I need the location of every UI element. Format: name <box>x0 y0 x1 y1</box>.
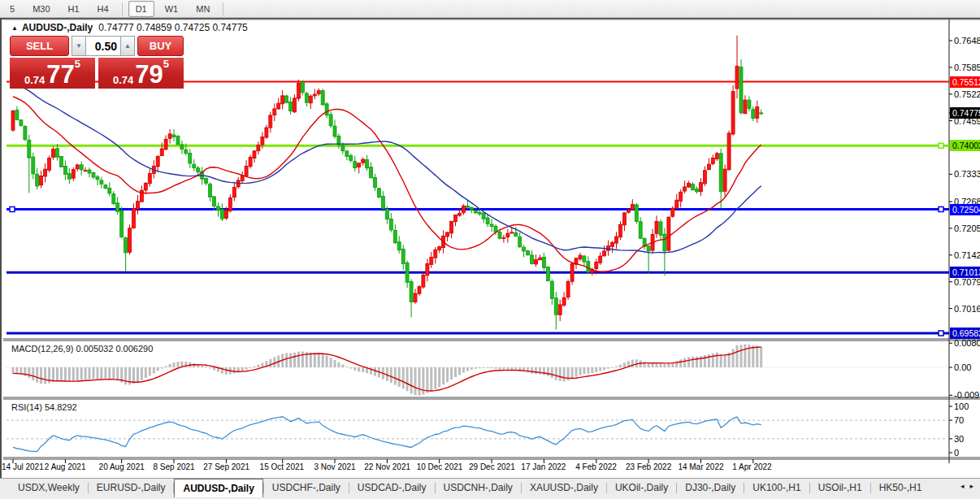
macd-indicator-label: MACD(12,26,9) 0.005032 0.006290 <box>11 344 153 354</box>
collapse-arrow-icon[interactable]: ▲ <box>11 24 18 32</box>
timeframe-button-5[interactable]: 5 <box>2 1 22 17</box>
chart-ohlc-values: 0.74777 0.74859 0.74725 0.74775 <box>98 22 248 33</box>
hline-handle[interactable] <box>939 207 943 212</box>
sell-button[interactable]: SELL <box>10 36 69 56</box>
timeframe-button-h1[interactable]: H1 <box>61 1 87 17</box>
tab-scroll-right-button[interactable]: ▸ <box>969 482 973 490</box>
buy-price-display[interactable]: 0.74 79 5 <box>98 58 184 89</box>
lot-increase-button[interactable]: ▲ <box>120 36 135 56</box>
chart-tab-bar: USDX,WeeklyEURUSD-,DailyAUDUSD-,DailyUSD… <box>0 478 980 499</box>
timeframe-button-m30[interactable]: M30 <box>25 1 57 17</box>
toolbar-separator <box>223 2 223 15</box>
one-click-trading-panel: SELL ▼ ▲ BUY 0.74 77 5 0.74 79 5 <box>10 36 184 89</box>
rsi-indicator-label: RSI(14) 54.8292 <box>11 402 77 412</box>
tab-eurusd-daily[interactable]: EURUSD-,Daily <box>89 479 174 497</box>
tab-audusd-daily[interactable]: AUDUSD-,Daily <box>174 479 262 497</box>
sell-price-big: 77 <box>46 63 74 86</box>
tab-hk50-h1[interactable]: HK50-,H1 <box>871 479 930 497</box>
tab-usdchf-daily[interactable]: USDCHF-,Daily <box>264 479 349 497</box>
tab-scroll-left-button[interactable]: ◂ <box>960 482 965 490</box>
tab-uk100-h1[interactable]: UK100-,H1 <box>744 479 809 497</box>
hline-handle[interactable] <box>939 143 943 148</box>
toolbar-separator <box>122 2 123 15</box>
lot-decrease-button[interactable]: ▼ <box>72 36 86 56</box>
tab-usdcad-daily[interactable]: USDCAD-,Daily <box>349 479 435 497</box>
timeframe-button-mn[interactable]: MN <box>189 1 217 17</box>
sell-price-display[interactable]: 0.74 77 5 <box>10 58 95 89</box>
timeframe-button-d1[interactable]: D1 <box>128 1 154 17</box>
tab-dj30-daily[interactable]: DJ30-,Daily <box>677 479 744 497</box>
tab-usoil-h1[interactable]: USOil-,H1 <box>810 479 870 497</box>
sell-price-prefix: 0.74 <box>24 74 45 86</box>
lot-size-input[interactable] <box>86 36 120 56</box>
tab-ukoil-daily[interactable]: UKOil-,Daily <box>607 479 676 497</box>
tab-usdx-weekly[interactable]: USDX,Weekly <box>10 479 88 497</box>
buy-price-big: 79 <box>135 63 163 86</box>
chart-header: ▲AUDUSD-,Daily0.74777 0.74859 0.74725 0.… <box>11 22 248 33</box>
tab-xauusd-daily[interactable]: XAUUSD-,Daily <box>522 479 606 497</box>
buy-button[interactable]: BUY <box>137 36 184 56</box>
hline-handle[interactable] <box>10 207 15 212</box>
sell-price-sup: 5 <box>75 59 80 69</box>
timeframe-button-w1[interactable]: W1 <box>158 1 186 17</box>
timeframe-toolbar: 5M30H1H4D1W1MN <box>0 0 980 18</box>
rsi-line <box>13 417 761 452</box>
ma-slow-line <box>13 84 761 253</box>
buy-price-sup: 5 <box>163 59 169 69</box>
buy-price-prefix: 0.74 <box>113 74 133 86</box>
tab-usdcnh-daily[interactable]: USDCNH-,Daily <box>436 479 521 497</box>
hline-handle[interactable] <box>939 331 943 336</box>
chart-symbol-title: AUDUSD-,Daily <box>22 22 93 33</box>
timeframe-button-h4[interactable]: H4 <box>90 1 116 17</box>
